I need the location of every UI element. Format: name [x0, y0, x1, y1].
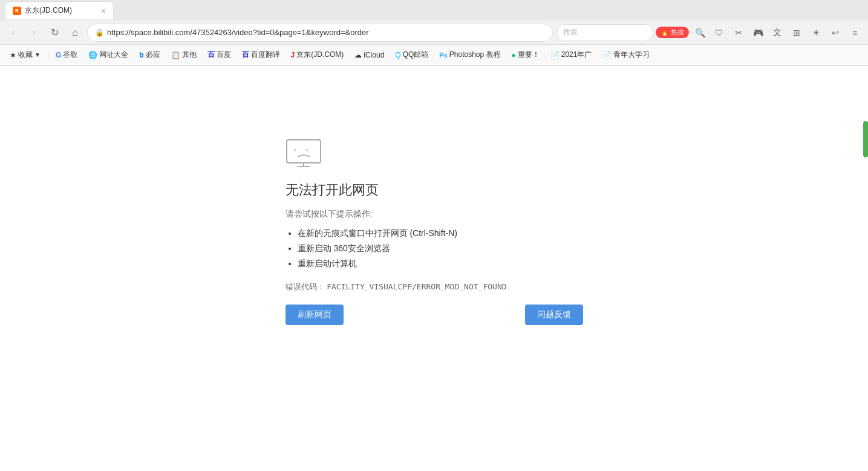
error-subtitle: 请尝试按以下提示操作:: [286, 209, 373, 220]
forward-button[interactable]: ›: [25, 24, 42, 41]
back-button[interactable]: ‹: [5, 24, 22, 41]
url-text: https://space.bilibili.com/473524263/vid…: [107, 28, 545, 37]
lock-icon: 🔒: [95, 28, 103, 37]
error-code-value: FACILITY_VISUALCPP/ERROR_MOD_NOT_FOUND: [327, 282, 506, 291]
baidu-trans-icon: 百: [242, 50, 249, 60]
qq-icon: Q: [395, 51, 400, 59]
youth-icon: 📄: [602, 51, 612, 59]
fire-icon: 🔥: [661, 28, 669, 36]
tab-close-button[interactable]: ×: [101, 6, 106, 16]
translate-button[interactable]: 文: [769, 24, 786, 41]
bookmark-label: QQ邮箱: [403, 50, 429, 60]
search-icon-button[interactable]: 🔍: [691, 24, 708, 41]
brightness-button[interactable]: ☀: [808, 24, 824, 41]
bookmark-item-important[interactable]: ● 重要！: [507, 47, 544, 62]
google-icon: G: [56, 51, 61, 59]
bookmark-item-baidu[interactable]: 百 百度: [203, 47, 236, 62]
error-suggestions-list: 在新的无痕式窗口中打开网页 (Ctrl-Shift-N) 重新启动 360安全浏…: [286, 226, 457, 272]
star-icon: ★: [10, 51, 16, 59]
bookmark-item-icloud[interactable]: ☁ iCloud: [350, 48, 389, 62]
feedback-button[interactable]: 问题反馈: [525, 305, 583, 325]
navigation-bar: ‹ › ↻ ⌂ 🔒 https://space.bilibili.com/473…: [0, 21, 868, 45]
suggestion-item-1: 在新的无痕式窗口中打开网页 (Ctrl-Shift-N): [298, 226, 457, 241]
folder-icon: 📋: [171, 51, 180, 59]
hot-search-button[interactable]: 🔥 热搜: [656, 27, 689, 38]
bookmark-item-qq-mail[interactable]: Q QQ邮箱: [390, 47, 433, 62]
bookmark-label: 2021年广: [561, 50, 592, 60]
bookmark-label: 收藏: [18, 50, 33, 60]
bookmark-item-bing[interactable]: b 必应: [134, 47, 165, 62]
bookmark-label: 百度翻译: [251, 50, 280, 60]
grid-button[interactable]: ⊞: [788, 24, 805, 41]
error-code-label: 错误代码：: [286, 282, 325, 291]
svg-text:×: ×: [305, 147, 308, 153]
search-box[interactable]: 搜索: [556, 24, 653, 41]
error-action-buttons: 刷新网页 问题反馈: [286, 305, 583, 325]
active-tab[interactable]: B 京东(JD.COM) ×: [5, 1, 114, 19]
bookmark-item-2021[interactable]: 📄 2021年广: [546, 47, 597, 62]
bookmark-item-jd[interactable]: J 京东(JD.COM): [286, 47, 349, 62]
browser-chrome: B 京东(JD.COM) × ‹ › ↻ ⌂ 🔒 https://space.b…: [0, 0, 868, 66]
home-button[interactable]: ⌂: [67, 24, 83, 41]
refresh-page-button[interactable]: 刷新网页: [286, 305, 344, 325]
bookmarks-bar: ★ 收藏 ▼ G 谷歌 🌐 网址大全 b 必应 📋 其他 百 百度 百 百度翻译: [0, 45, 868, 65]
tab-title: 京东(JD.COM): [25, 5, 97, 16]
scrollbar-thumb[interactable]: [863, 121, 868, 157]
dropdown-arrow-icon: ▼: [34, 51, 41, 58]
page-content: × × 无法打开此网页 请尝试按以下提示操作: 在新的无痕式窗口中打开网页 (C…: [0, 66, 868, 471]
search-placeholder: 搜索: [563, 27, 578, 38]
bookmark-label: 青年大学习: [613, 50, 650, 60]
bookmark-item-google[interactable]: G 谷歌: [51, 47, 82, 62]
error-container: × × 无法打开此网页 请尝试按以下提示操作: 在新的无痕式窗口中打开网页 (C…: [286, 139, 583, 325]
bookmark-label: 其他: [182, 50, 197, 60]
suggestion-item-3: 重新启动计算机: [298, 256, 457, 271]
gamepad-button[interactable]: 🎮: [749, 24, 766, 41]
doc-icon: 📄: [550, 51, 560, 59]
error-title: 无法打开此网页: [286, 181, 379, 199]
nav-icon: 🌐: [88, 51, 97, 59]
bookmark-label: 百度: [217, 50, 231, 60]
nav-right-buttons: 搜索 🔥 热搜 🔍 🛡 ✂ 🎮 文 ⊞ ☀ ↩ ≡: [556, 24, 863, 41]
svg-rect-0: [287, 140, 321, 163]
bookmark-label: Photoshop 教程: [449, 50, 501, 60]
error-icon: × ×: [286, 139, 322, 169]
address-bar[interactable]: 🔒 https://space.bilibili.com/473524263/v…: [87, 24, 553, 42]
hot-label: 热搜: [671, 28, 684, 37]
baidu-icon: 百: [207, 50, 215, 60]
bookmark-label: 京东(JD.COM): [296, 50, 344, 60]
bing-icon: b: [139, 51, 143, 59]
bookmark-item-photoshop[interactable]: Ps Photoshop 教程: [434, 47, 505, 62]
photoshop-icon: Ps: [439, 51, 447, 59]
bookmark-label: 谷歌: [63, 50, 77, 60]
menu-button[interactable]: ≡: [846, 24, 863, 41]
bookmark-label: 网址大全: [99, 50, 128, 60]
jd-icon: J: [291, 51, 295, 59]
icloud-icon: ☁: [354, 51, 362, 59]
bookmark-item-others[interactable]: 📋 其他: [166, 47, 201, 62]
tab-favicon: B: [13, 7, 21, 15]
suggestion-item-2: 重新启动 360安全浏览器: [298, 241, 457, 256]
bookmark-item-collections[interactable]: ★ 收藏 ▼: [5, 47, 45, 62]
bookmark-item-youth[interactable]: 📄 青年大学习: [598, 47, 654, 62]
bookmark-label: 必应: [146, 50, 160, 60]
bookmark-item-baidu-translate[interactable]: 百 百度翻译: [237, 47, 285, 62]
svg-text:×: ×: [293, 147, 296, 153]
tab-bar: B 京东(JD.COM) ×: [0, 0, 868, 21]
bookmark-label: 重要！: [518, 50, 540, 60]
bookmark-separator: [48, 50, 48, 61]
extension-button[interactable]: 🛡: [711, 24, 728, 41]
important-icon: ●: [512, 51, 516, 59]
bookmark-label: iCloud: [364, 51, 384, 59]
error-code-section: 错误代码： FACILITY_VISUALCPP/ERROR_MOD_NOT_F…: [286, 282, 507, 292]
undo-button[interactable]: ↩: [827, 24, 844, 41]
bookmark-item-nav[interactable]: 🌐 网址大全: [83, 47, 133, 62]
refresh-button[interactable]: ↻: [46, 24, 63, 41]
scissors-button[interactable]: ✂: [730, 24, 747, 41]
